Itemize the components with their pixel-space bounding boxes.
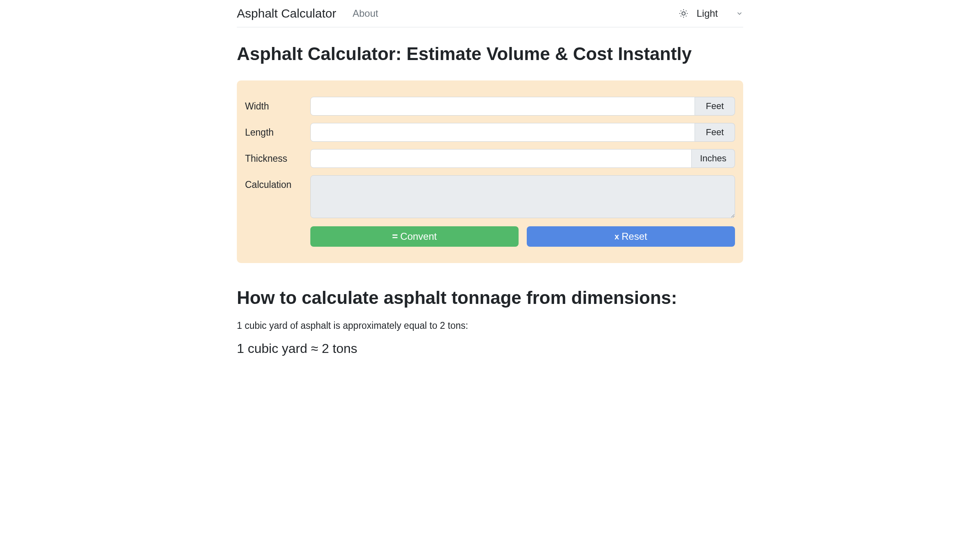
length-input[interactable]: [310, 123, 695, 142]
formula-text: 1 cubic yard ≈ 2 tons: [237, 341, 743, 356]
convert-label: Convent: [400, 231, 437, 242]
width-row: Width Feet: [245, 97, 735, 116]
calculation-control: [310, 175, 735, 218]
length-unit: Feet: [695, 123, 735, 142]
thickness-input[interactable]: [310, 149, 692, 168]
sun-icon: [679, 9, 688, 18]
about-link[interactable]: About: [352, 8, 378, 19]
svg-line-8: [686, 11, 686, 11]
brand-link[interactable]: Asphalt Calculator: [237, 7, 336, 20]
length-label: Length: [245, 123, 310, 138]
how-to-heading: How to calculate asphalt tonnage from di…: [237, 288, 743, 308]
convert-button[interactable]: = Convent: [310, 226, 519, 247]
calculation-output: [310, 175, 735, 218]
thickness-row: Thickness Inches: [245, 149, 735, 168]
intro-text: 1 cubic yard of asphalt is approximately…: [237, 320, 743, 331]
navbar-left: Asphalt Calculator About: [237, 7, 378, 20]
thickness-unit: Inches: [692, 149, 735, 168]
length-control: Feet: [310, 123, 735, 142]
theme-selector[interactable]: Light: [679, 8, 743, 19]
svg-point-0: [682, 12, 685, 15]
thickness-control: Inches: [310, 149, 735, 168]
calculator-card: Width Feet Length Feet Thickness Inches …: [237, 80, 743, 263]
width-input[interactable]: [310, 97, 695, 116]
navbar: Asphalt Calculator About Light: [237, 0, 743, 27]
reset-label: Reset: [621, 231, 647, 242]
width-unit: Feet: [695, 97, 735, 116]
svg-line-3: [681, 11, 681, 11]
calculation-row: Calculation: [245, 175, 735, 218]
button-row: = Convent x Reset: [310, 226, 735, 247]
width-label: Width: [245, 97, 310, 112]
thickness-label: Thickness: [245, 149, 310, 164]
calculation-label: Calculation: [245, 175, 310, 190]
page-title: Asphalt Calculator: Estimate Volume & Co…: [237, 44, 743, 64]
chevron-down-icon: [736, 10, 743, 17]
length-row: Length Feet: [245, 123, 735, 142]
reset-button[interactable]: x Reset: [527, 226, 735, 247]
reset-prefix-icon: x: [615, 232, 619, 241]
convert-prefix-icon: =: [392, 231, 398, 242]
width-control: Feet: [310, 97, 735, 116]
svg-line-4: [686, 16, 686, 16]
theme-label: Light: [693, 8, 731, 19]
svg-line-7: [681, 16, 681, 16]
